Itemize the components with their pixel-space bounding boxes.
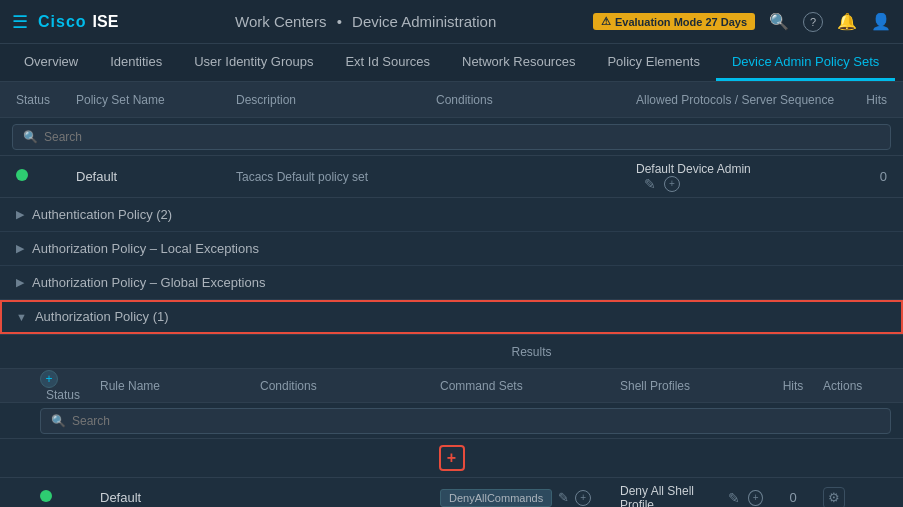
eval-mode-badge: ⚠ Evaluation Mode 27 Days	[593, 13, 755, 30]
edit-command-icon[interactable]: ✎	[558, 490, 569, 505]
add-row-button[interactable]: +	[439, 445, 465, 471]
sub-actions-cell: ⚙	[823, 487, 903, 508]
ise-brand: ISE	[93, 13, 119, 31]
hits-cell: 0	[837, 169, 887, 184]
sub-table-results-header: Results	[0, 335, 903, 369]
section-auth-policy[interactable]: ▶ Authentication Policy (2)	[0, 198, 903, 232]
main-content: Status Policy Set Name Description Condi…	[0, 82, 903, 507]
header-status: Status	[16, 93, 76, 107]
header-hits: Hits	[837, 93, 887, 107]
policy-table-header: Status Policy Set Name Description Condi…	[0, 82, 903, 118]
policy-search-row: 🔍	[0, 118, 903, 156]
section-authz-policy[interactable]: ▼ Authorization Policy (1)	[0, 300, 903, 334]
sub-command-sets-cell: DenyAllCommands ✎ +	[440, 489, 620, 507]
edit-shell-icon[interactable]: ✎	[728, 490, 740, 506]
sub-header-status: + Status	[40, 370, 100, 402]
header-allowed-protocols: Allowed Protocols / Server Sequence	[636, 93, 837, 107]
sub-search-icon: 🔍	[51, 414, 66, 428]
chevron-right-icon: ▶	[16, 276, 24, 289]
warning-icon: ⚠	[601, 15, 611, 28]
sub-rule-name-cell: Default	[100, 490, 260, 505]
chevron-down-icon: ▼	[16, 311, 27, 323]
sub-search-wrap: 🔍	[40, 408, 891, 434]
sub-header-actions: Actions	[823, 379, 903, 393]
add-command-icon[interactable]: +	[575, 490, 591, 506]
user-icon[interactable]: 👤	[871, 12, 891, 31]
tab-overview[interactable]: Overview	[8, 44, 94, 81]
section-label: Authentication Policy (2)	[32, 207, 172, 222]
notifications-icon[interactable]: 🔔	[837, 12, 857, 31]
sub-header-rule-name: Rule Name	[100, 379, 260, 393]
command-set-tag: DenyAllCommands	[440, 489, 552, 507]
section-label: Authorization Policy (1)	[35, 309, 169, 324]
help-icon[interactable]: ?	[803, 12, 823, 32]
top-navbar: ☰ Cisco ISE Work Centers • Device Admini…	[0, 0, 903, 44]
sub-search-input[interactable]	[72, 414, 880, 428]
policy-name-cell: Default	[76, 169, 236, 184]
search-icon: 🔍	[23, 130, 38, 144]
section-authz-global[interactable]: ▶ Authorization Policy – Global Exceptio…	[0, 266, 903, 300]
sub-table-col-headers: + Status Rule Name Conditions Command Se…	[0, 369, 903, 403]
top-nav-right: ⚠ Evaluation Mode 27 Days 🔍 ? 🔔 👤	[593, 12, 891, 32]
add-shell-icon[interactable]: +	[748, 490, 763, 506]
results-label: Results	[160, 345, 903, 359]
tab-policy-elements[interactable]: Policy Elements	[591, 44, 715, 81]
edit-icon[interactable]: ✎	[644, 176, 656, 192]
policy-row-actions: ✎ +	[644, 176, 837, 192]
search-nav-icon[interactable]: 🔍	[769, 12, 789, 31]
sub-search-row: 🔍	[0, 403, 903, 439]
gear-settings-button[interactable]: ⚙	[823, 487, 845, 508]
tab-device-admin-policy-sets[interactable]: Device Admin Policy Sets	[716, 44, 895, 81]
section-label: Authorization Policy – Global Exceptions	[32, 275, 265, 290]
sub-header-conditions: Conditions	[260, 379, 440, 393]
sub-table-row: Default DenyAllCommands ✎ + Deny All She…	[0, 478, 903, 507]
sub-header-shell-profiles: Shell Profiles	[620, 379, 763, 393]
title-separator: •	[337, 13, 342, 30]
authz-sub-table: Results + Status Rule Name Conditions Co…	[0, 334, 903, 507]
policy-search-input[interactable]	[44, 130, 880, 144]
sub-hits-cell: 0	[763, 490, 823, 505]
chevron-right-icon: ▶	[16, 242, 24, 255]
add-row-inline-icon[interactable]: +	[40, 370, 58, 388]
sub-header-hits: Hits	[763, 379, 823, 393]
section-label: Authorization Policy – Local Exceptions	[32, 241, 259, 256]
cisco-logo: Cisco ISE	[38, 13, 118, 31]
section-authz-local[interactable]: ▶ Authorization Policy – Local Exception…	[0, 232, 903, 266]
sub-header-command-sets: Command Sets	[440, 379, 620, 393]
page-title: Work Centers • Device Administration	[138, 13, 593, 30]
policy-default-row: Default Tacacs Default policy set Defaul…	[0, 156, 903, 198]
sub-status-active-icon	[40, 490, 52, 502]
sub-status-cell	[40, 490, 100, 505]
policy-search-wrap: 🔍	[12, 124, 891, 150]
description-cell: Tacacs Default policy set	[236, 170, 436, 184]
header-policy-name: Policy Set Name	[76, 93, 236, 107]
tab-ext-id-sources[interactable]: Ext Id Sources	[329, 44, 446, 81]
secondary-navbar: Overview Identities User Identity Groups…	[0, 44, 903, 82]
chevron-right-icon: ▶	[16, 208, 24, 221]
status-cell	[16, 169, 76, 184]
header-description: Description	[236, 93, 436, 107]
add-row-container: +	[0, 439, 903, 478]
shell-profile-cell: Deny All Shell Profile ✎ +	[620, 484, 763, 508]
hamburger-icon[interactable]: ☰	[12, 11, 28, 33]
add-icon[interactable]: +	[664, 176, 680, 192]
allowed-protocols-cell: Default Device Admin ✎ +	[636, 162, 837, 192]
tab-more[interactable]: More ▾	[895, 44, 903, 81]
header-conditions: Conditions	[436, 93, 636, 107]
tab-user-identity-groups[interactable]: User Identity Groups	[178, 44, 329, 81]
tab-identities[interactable]: Identities	[94, 44, 178, 81]
status-active-icon	[16, 169, 28, 181]
tab-network-resources[interactable]: Network Resources	[446, 44, 591, 81]
cisco-brand: Cisco	[38, 13, 87, 31]
